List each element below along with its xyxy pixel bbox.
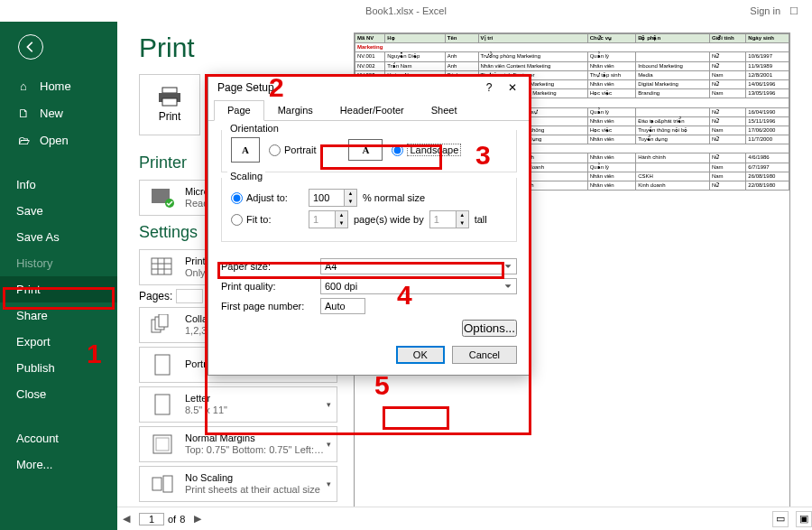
first-page-label: First page number: [221, 301, 315, 311]
zoom-margins-button[interactable]: ▣ [796, 511, 812, 527]
scaling-icon [147, 470, 178, 497]
page-number-input[interactable] [139, 513, 164, 525]
tab-header-footer[interactable]: Header/Footer [327, 100, 418, 120]
help-button[interactable]: ? [477, 78, 501, 98]
ok-button[interactable]: OK [396, 346, 445, 364]
chevron-down-icon: ▾ [327, 440, 331, 449]
paper-size-label: Paper size: [221, 261, 315, 272]
home-icon: ⌂ [16, 79, 31, 93]
fit-height-spinner[interactable]: ▲▼ [429, 210, 469, 228]
radio-fit-to[interactable]: Fit to: [231, 214, 303, 226]
pages-from-input[interactable] [176, 289, 203, 303]
adjust-value-spinner[interactable]: ▲▼ [309, 189, 357, 207]
paper-size-select[interactable]: Letter8.5" x 11" ▾ [139, 386, 337, 423]
collate-icon [147, 311, 178, 339]
page-navigator: ◀ of 8 ▶ ▭ ▣ [117, 507, 812, 530]
tab-sheet[interactable]: Sheet [418, 100, 471, 120]
chevron-down-icon: ▾ [327, 479, 331, 488]
chevron-down-icon: ▾ [327, 400, 331, 409]
printer-status-icon [147, 184, 178, 211]
print-button[interactable]: Print [139, 74, 200, 135]
nav-account[interactable]: Account [0, 425, 117, 451]
next-page-button[interactable]: ▶ [189, 513, 207, 525]
print-quality-label: Print quality: [221, 281, 315, 292]
svg-rect-17 [152, 478, 161, 490]
scaling-select[interactable]: No ScalingPrint sheets at their actual s… [139, 466, 337, 502]
margins-select[interactable]: Normal MarginsTop: 0.75" Bottom: 0.75" L… [139, 426, 337, 462]
open-icon: 🗁 [16, 133, 31, 147]
fit-width-spinner[interactable]: ▲▼ [309, 210, 348, 228]
new-icon: 🗋 [16, 106, 31, 120]
paper-icon [147, 391, 178, 418]
svg-rect-5 [152, 258, 171, 274]
radio-landscape[interactable]: Landscape [392, 144, 461, 156]
svg-rect-14 [155, 395, 170, 414]
svg-rect-18 [163, 476, 172, 492]
app-icon: ☐ [789, 5, 798, 17]
nav-history: History [0, 250, 117, 276]
options-button[interactable]: Options... [462, 320, 517, 337]
tab-page[interactable]: Page [214, 100, 264, 121]
svg-rect-12 [159, 314, 168, 327]
scaling-group: Adjust to: ▲▼ % normal size Fit to: ▲▼ p… [221, 178, 517, 242]
nav-home[interactable]: ⌂Home [0, 72, 117, 99]
radio-adjust-to[interactable]: Adjust to: [231, 192, 303, 204]
orientation-group: A Portrait A Landscape [221, 130, 517, 172]
paper-size-dropdown[interactable]: A4 [320, 258, 517, 274]
backstage-sidebar: ⌂Home 🗋New 🗁Open Info Save Save As Histo… [0, 22, 117, 530]
nav-save-as[interactable]: Save As [0, 224, 117, 250]
nav-save[interactable]: Save [0, 198, 117, 224]
portrait-page-icon: A [231, 137, 260, 163]
title-bar: Book1.xlsx - Excel Sign in ☐ [0, 0, 812, 22]
svg-rect-0 [162, 88, 177, 93]
sign-in-link[interactable]: Sign in [750, 5, 780, 16]
nav-new[interactable]: 🗋New [0, 99, 117, 126]
prev-page-button[interactable]: ◀ [117, 513, 135, 525]
nav-close[interactable]: Close [0, 381, 117, 407]
svg-rect-2 [162, 98, 177, 106]
nav-more[interactable]: More... [0, 451, 117, 478]
dialog-title: Page Setup [217, 81, 274, 94]
back-button[interactable] [18, 34, 43, 60]
cancel-button[interactable]: Cancel [452, 346, 517, 364]
nav-open[interactable]: 🗁Open [0, 126, 117, 153]
grid-icon [147, 254, 178, 281]
print-quality-dropdown[interactable]: 600 dpi [320, 278, 517, 294]
doc-title: Book1.xlsx - Excel [365, 5, 447, 16]
nav-share[interactable]: Share [0, 302, 117, 329]
nav-info[interactable]: Info [0, 172, 117, 198]
first-page-input[interactable] [320, 298, 365, 314]
svg-rect-13 [155, 355, 170, 375]
radio-portrait[interactable]: Portrait [269, 144, 316, 156]
page-title: Print [139, 33, 337, 63]
page-setup-dialog: Page Setup ? ✕ Page Margins Header/Foote… [208, 74, 531, 376]
svg-rect-16 [156, 438, 169, 451]
nav-print[interactable]: Print [0, 276, 117, 302]
printer-icon [158, 87, 181, 107]
zoom-to-page-button[interactable]: ▭ [772, 511, 789, 527]
landscape-page-icon: A [348, 139, 383, 161]
tab-margins[interactable]: Margins [264, 100, 327, 120]
portrait-icon [147, 351, 178, 378]
close-button[interactable]: ✕ [501, 78, 524, 98]
margins-icon [147, 431, 178, 458]
